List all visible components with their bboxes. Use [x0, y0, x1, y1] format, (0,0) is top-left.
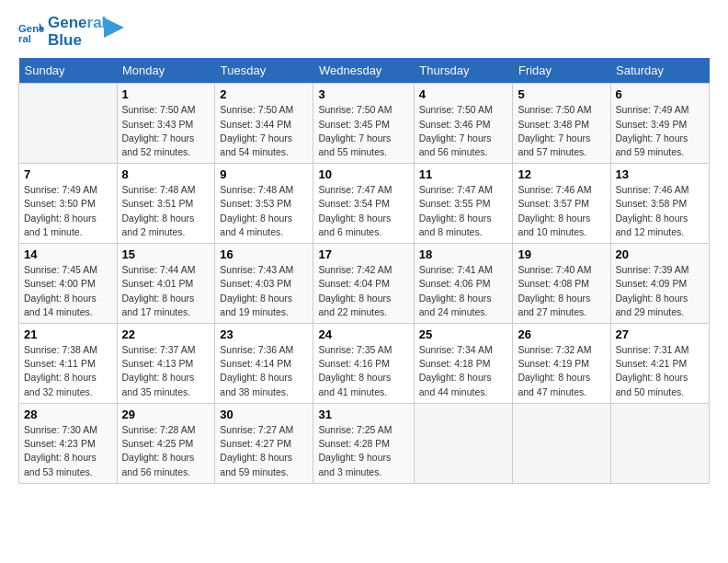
day-info: Sunrise: 7:48 AMSunset: 3:51 PMDaylight:…	[122, 183, 210, 239]
calendar-cell: 17Sunrise: 7:42 AMSunset: 4:04 PMDayligh…	[313, 244, 414, 324]
header-monday: Monday	[117, 58, 215, 84]
day-info: Sunrise: 7:30 AMSunset: 4:23 PMDaylight:…	[24, 423, 112, 479]
day-number: 9	[220, 167, 308, 181]
calendar-cell: 15Sunrise: 7:44 AMSunset: 4:01 PMDayligh…	[117, 244, 215, 324]
calendar-cell	[513, 403, 610, 483]
calendar-cell: 13Sunrise: 7:46 AMSunset: 3:58 PMDayligh…	[610, 164, 710, 244]
calendar-week-4: 21Sunrise: 7:38 AMSunset: 4:11 PMDayligh…	[19, 324, 710, 404]
day-info: Sunrise: 7:31 AMSunset: 4:21 PMDaylight:…	[616, 343, 705, 399]
day-number: 27	[616, 327, 705, 341]
day-info: Sunrise: 7:50 AMSunset: 3:46 PMDaylight:…	[419, 103, 508, 159]
page-header: Gene ral General Blue	[18, 15, 710, 49]
day-number: 23	[220, 327, 308, 341]
day-info: Sunrise: 7:37 AMSunset: 4:13 PMDaylight:…	[122, 343, 210, 399]
calendar-cell: 1Sunrise: 7:50 AMSunset: 3:43 PMDaylight…	[117, 84, 215, 164]
day-info: Sunrise: 7:43 AMSunset: 4:03 PMDaylight:…	[220, 263, 308, 319]
day-info: Sunrise: 7:38 AMSunset: 4:11 PMDaylight:…	[24, 343, 112, 399]
day-number: 31	[318, 408, 408, 421]
day-info: Sunrise: 7:50 AMSunset: 3:44 PMDaylight:…	[220, 103, 308, 159]
calendar-cell: 5Sunrise: 7:50 AMSunset: 3:48 PMDaylight…	[513, 84, 610, 164]
day-number: 19	[518, 247, 605, 261]
calendar-cell: 21Sunrise: 7:38 AMSunset: 4:11 PMDayligh…	[19, 324, 118, 404]
day-number: 1	[122, 87, 210, 101]
day-info: Sunrise: 7:39 AMSunset: 4:09 PMDaylight:…	[616, 263, 705, 319]
calendar-cell: 7Sunrise: 7:49 AMSunset: 3:50 PMDaylight…	[19, 164, 118, 244]
day-number: 3	[318, 87, 408, 101]
day-number: 2	[220, 87, 308, 101]
day-number: 22	[122, 327, 210, 341]
day-info: Sunrise: 7:46 AMSunset: 3:58 PMDaylight:…	[616, 183, 705, 239]
logo-arrow-icon	[104, 17, 124, 38]
day-info: Sunrise: 7:25 AMSunset: 4:28 PMDaylight:…	[318, 423, 408, 479]
calendar-week-1: 1Sunrise: 7:50 AMSunset: 3:43 PMDaylight…	[19, 84, 710, 164]
svg-text:ral: ral	[18, 32, 31, 43]
day-info: Sunrise: 7:50 AMSunset: 3:43 PMDaylight:…	[122, 103, 210, 159]
day-number: 25	[419, 327, 508, 341]
calendar-cell: 11Sunrise: 7:47 AMSunset: 3:55 PMDayligh…	[414, 164, 513, 244]
calendar-table: SundayMondayTuesdayWednesdayThursdayFrid…	[18, 58, 710, 483]
day-info: Sunrise: 7:48 AMSunset: 3:53 PMDaylight:…	[220, 183, 308, 239]
calendar-cell: 6Sunrise: 7:49 AMSunset: 3:49 PMDaylight…	[610, 84, 710, 164]
day-info: Sunrise: 7:47 AMSunset: 3:54 PMDaylight:…	[318, 183, 408, 239]
day-info: Sunrise: 7:49 AMSunset: 3:49 PMDaylight:…	[616, 103, 705, 159]
calendar-cell: 25Sunrise: 7:34 AMSunset: 4:18 PMDayligh…	[414, 324, 513, 404]
day-info: Sunrise: 7:44 AMSunset: 4:01 PMDaylight:…	[122, 263, 210, 319]
calendar-cell: 18Sunrise: 7:41 AMSunset: 4:06 PMDayligh…	[414, 244, 513, 324]
calendar-header-row: SundayMondayTuesdayWednesdayThursdayFrid…	[19, 58, 710, 84]
calendar-cell: 10Sunrise: 7:47 AMSunset: 3:54 PMDayligh…	[313, 164, 414, 244]
logo: Gene ral General Blue	[18, 15, 124, 49]
logo-text-line2: Blue	[48, 32, 106, 50]
day-info: Sunrise: 7:36 AMSunset: 4:14 PMDaylight:…	[220, 343, 308, 399]
calendar-cell: 31Sunrise: 7:25 AMSunset: 4:28 PMDayligh…	[313, 403, 414, 483]
day-number: 16	[220, 247, 308, 261]
day-info: Sunrise: 7:35 AMSunset: 4:16 PMDaylight:…	[318, 343, 408, 399]
calendar-cell: 27Sunrise: 7:31 AMSunset: 4:21 PMDayligh…	[610, 324, 710, 404]
day-info: Sunrise: 7:45 AMSunset: 4:00 PMDaylight:…	[24, 263, 112, 319]
header-sunday: Sunday	[19, 58, 118, 84]
calendar-cell: 20Sunrise: 7:39 AMSunset: 4:09 PMDayligh…	[610, 244, 710, 324]
day-number: 7	[24, 167, 112, 181]
calendar-cell	[414, 403, 513, 483]
calendar-cell	[610, 403, 710, 483]
svg-marker-3	[104, 17, 124, 38]
day-number: 14	[24, 247, 112, 261]
calendar-cell: 16Sunrise: 7:43 AMSunset: 4:03 PMDayligh…	[215, 244, 313, 324]
calendar-cell: 8Sunrise: 7:48 AMSunset: 3:51 PMDaylight…	[117, 164, 215, 244]
calendar-week-5: 28Sunrise: 7:30 AMSunset: 4:23 PMDayligh…	[19, 403, 710, 483]
calendar-cell: 26Sunrise: 7:32 AMSunset: 4:19 PMDayligh…	[513, 324, 610, 404]
day-info: Sunrise: 7:28 AMSunset: 4:25 PMDaylight:…	[122, 423, 210, 479]
day-number: 26	[518, 327, 605, 341]
header-saturday: Saturday	[610, 58, 710, 84]
day-info: Sunrise: 7:46 AMSunset: 3:57 PMDaylight:…	[518, 183, 605, 239]
calendar-cell: 24Sunrise: 7:35 AMSunset: 4:16 PMDayligh…	[313, 324, 414, 404]
day-info: Sunrise: 7:32 AMSunset: 4:19 PMDaylight:…	[518, 343, 605, 399]
header-tuesday: Tuesday	[215, 58, 313, 84]
day-number: 8	[122, 167, 210, 181]
calendar-cell: 12Sunrise: 7:46 AMSunset: 3:57 PMDayligh…	[513, 164, 610, 244]
day-number: 17	[318, 247, 408, 261]
header-friday: Friday	[513, 58, 610, 84]
day-number: 6	[616, 87, 705, 101]
day-number: 30	[220, 408, 308, 421]
calendar-cell: 9Sunrise: 7:48 AMSunset: 3:53 PMDaylight…	[215, 164, 313, 244]
day-info: Sunrise: 7:50 AMSunset: 3:48 PMDaylight:…	[518, 103, 605, 159]
day-info: Sunrise: 7:47 AMSunset: 3:55 PMDaylight:…	[419, 183, 508, 239]
day-number: 5	[518, 87, 605, 101]
day-number: 11	[419, 167, 508, 181]
calendar-cell: 23Sunrise: 7:36 AMSunset: 4:14 PMDayligh…	[215, 324, 313, 404]
day-info: Sunrise: 7:50 AMSunset: 3:45 PMDaylight:…	[318, 103, 408, 159]
calendar-cell: 28Sunrise: 7:30 AMSunset: 4:23 PMDayligh…	[19, 403, 118, 483]
calendar-cell: 2Sunrise: 7:50 AMSunset: 3:44 PMDaylight…	[215, 84, 313, 164]
day-number: 29	[122, 408, 210, 421]
day-number: 4	[419, 87, 508, 101]
header-thursday: Thursday	[414, 58, 513, 84]
calendar-cell: 30Sunrise: 7:27 AMSunset: 4:27 PMDayligh…	[215, 403, 313, 483]
header-wednesday: Wednesday	[313, 58, 414, 84]
day-info: Sunrise: 7:42 AMSunset: 4:04 PMDaylight:…	[318, 263, 408, 319]
day-info: Sunrise: 7:41 AMSunset: 4:06 PMDaylight:…	[419, 263, 508, 319]
logo-text-line1: General	[48, 15, 106, 32]
day-number: 21	[24, 327, 112, 341]
day-number: 18	[419, 247, 508, 261]
day-number: 10	[318, 167, 408, 181]
calendar-week-2: 7Sunrise: 7:49 AMSunset: 3:50 PMDaylight…	[19, 164, 710, 244]
